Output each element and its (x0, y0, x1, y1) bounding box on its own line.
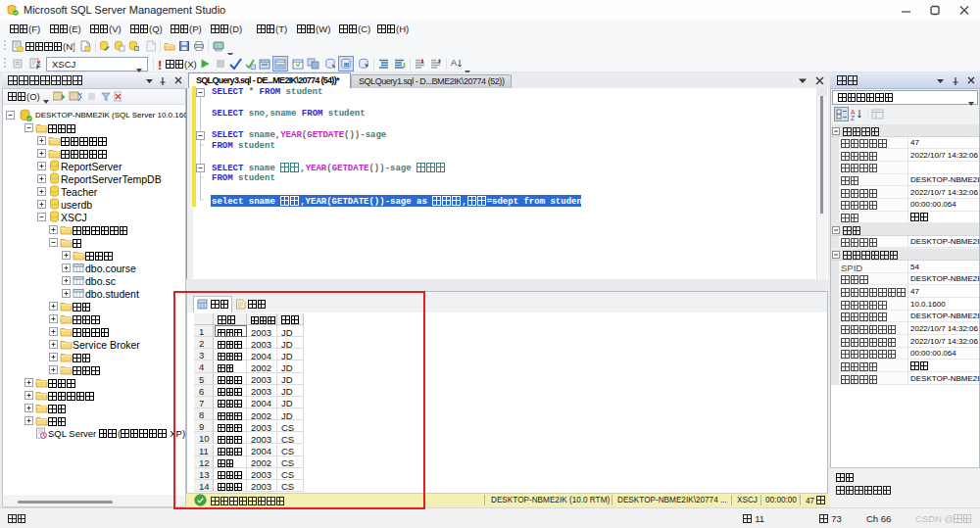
svg-text:Z: Z (851, 115, 855, 120)
svg-text:A: A (451, 58, 457, 68)
